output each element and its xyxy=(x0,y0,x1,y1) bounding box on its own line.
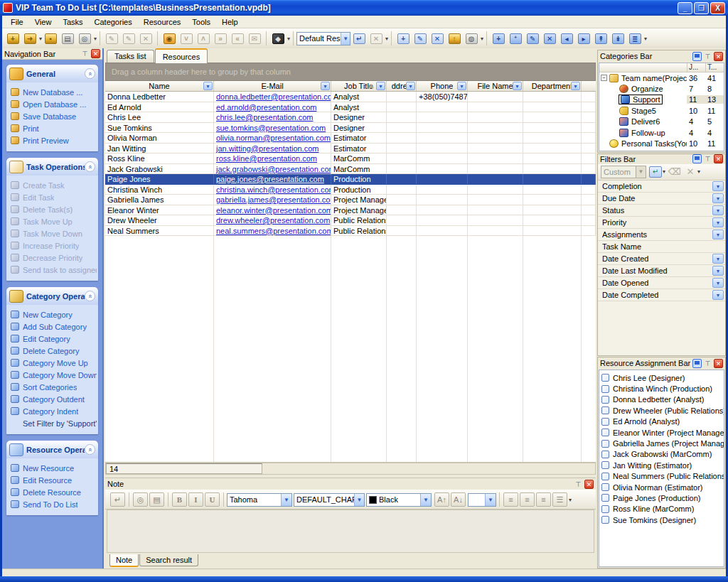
send-to-resource-button[interactable]: ↑ xyxy=(446,31,462,46)
filter-preset-combo[interactable]: Custom ▼ xyxy=(601,166,646,178)
tree-item-support[interactable]: Support 11 13 xyxy=(599,95,724,105)
email-link[interactable]: ross.kline@presentation.com xyxy=(216,154,317,163)
email-link[interactable]: olivia.norman@presentation.com xyxy=(216,134,331,142)
nav-item[interactable]: New Resource xyxy=(8,462,97,474)
resource-filter-combo-dropdown-icon[interactable]: ▼ xyxy=(341,33,350,45)
sync-dropdown-icon[interactable]: ▾ xyxy=(481,36,483,42)
table-row[interactable]: Jack Grabowski jack.grabowski@presentati… xyxy=(105,164,596,175)
print-button[interactable]: ▤ xyxy=(60,31,75,46)
column-header-file-name[interactable]: File Name▼ xyxy=(468,81,523,91)
grow-font-button[interactable]: A↑ xyxy=(434,492,449,507)
send-to-do-list-button[interactable]: ◆ xyxy=(270,31,286,46)
categories-window-icon[interactable] xyxy=(692,52,702,61)
job-filter-dropdown-icon[interactable]: ▼ xyxy=(376,82,385,90)
filter-row-date-created[interactable]: Date Created▼ xyxy=(598,253,725,265)
nav-item[interactable]: Category Move Up xyxy=(8,357,97,369)
send-dropdown-icon[interactable]: ▾ xyxy=(287,36,290,42)
nav-item[interactable]: Delete Category xyxy=(8,345,97,357)
resource-list-item[interactable]: Neal Summers (Public Relations) xyxy=(599,471,724,482)
delete-resource-button[interactable]: ✕ xyxy=(429,31,445,46)
increase-priority-button[interactable]: « xyxy=(230,31,245,46)
table-row[interactable]: Ross Kline ross.kline@presentation.com M… xyxy=(105,153,596,164)
category-indent-button[interactable]: ↡ xyxy=(610,31,626,46)
table-row[interactable]: Neal Summers neal.summers@presentation.c… xyxy=(105,226,596,237)
italic-button[interactable]: I xyxy=(188,492,203,507)
note-preview-button[interactable]: ◎ xyxy=(133,492,148,507)
resource-list-item[interactable]: Donna Ledbetter (Analyst) xyxy=(599,394,724,405)
email-link[interactable]: neal.summers@presentation.com xyxy=(216,227,331,235)
tree-item-team[interactable]: − Team name(Project name) 36 41 xyxy=(599,72,724,83)
nav-item[interactable]: Category Move Down xyxy=(8,369,97,381)
nav-item[interactable]: Send task to assigned res... xyxy=(8,264,97,276)
nav-item[interactable]: Edit Task xyxy=(8,191,97,203)
minimize-button[interactable]: _ xyxy=(678,2,692,14)
filter-row-priority[interactable]: Priority▼ xyxy=(598,217,725,229)
nav-item[interactable]: Delete Task(s) xyxy=(8,203,97,215)
font-size-combo[interactable]: ▼ xyxy=(468,493,496,507)
tab-search-result[interactable]: Search result xyxy=(139,554,198,566)
priority-dropdown-icon[interactable]: ▼ xyxy=(712,217,724,227)
font-size-dropdown-icon[interactable]: ▼ xyxy=(485,494,496,506)
task-move-up-button[interactable]: ˄ xyxy=(196,31,211,46)
address-filter-dropdown-icon[interactable]: ▼ xyxy=(406,82,415,90)
clear-filters-button[interactable]: ✕ xyxy=(684,166,697,178)
nav-group-task-header[interactable]: Task Operations « xyxy=(6,158,98,176)
font-color-combo[interactable]: Black ▼ xyxy=(366,493,432,507)
column-header-email[interactable]: E-Mail▼ xyxy=(214,81,331,91)
tree-item-personal-tasks[interactable]: Personal Tasks(Your name) 10 11 xyxy=(599,138,724,149)
resource-list-item[interactable]: Drew Wheeler (Public Relations) xyxy=(599,405,724,416)
column-header-name[interactable]: Name▼ xyxy=(105,81,214,91)
delete-task-button[interactable]: ✕ xyxy=(138,31,154,46)
table-row[interactable]: Olivia Norman olivia.norman@presentation… xyxy=(105,133,596,144)
add-sub-category-button[interactable]: ⁺ xyxy=(508,31,523,46)
delete-category-button[interactable]: ✕ xyxy=(542,31,557,46)
bullet-list-button[interactable]: ☰ xyxy=(552,492,567,507)
date-completed-dropdown-icon[interactable]: ▼ xyxy=(712,290,724,300)
edit-category-button[interactable]: ✎ xyxy=(525,31,540,46)
collapse-category-icon[interactable]: « xyxy=(85,291,95,301)
email-link[interactable]: paige.jones@presentation.com xyxy=(216,175,324,183)
filter-row-due-date[interactable]: Due Date▼ xyxy=(598,193,725,205)
new-database-button[interactable]: + xyxy=(5,31,21,46)
resource-checkbox[interactable] xyxy=(601,374,609,382)
filters-options-icon[interactable]: ▾ xyxy=(697,168,700,175)
tab-tasks-list[interactable]: Tasks list xyxy=(107,50,154,63)
align-right-button[interactable]: ≡ xyxy=(536,492,551,507)
resource-list-item[interactable]: Olivia Norman (Estimator) xyxy=(599,482,724,492)
resource-filter-combo[interactable]: Default Resou ▼ xyxy=(296,32,350,45)
edit-task-button[interactable]: ✎ xyxy=(121,31,136,46)
nav-item[interactable]: Delete Resource xyxy=(8,486,97,498)
table-row[interactable]: Drew Wheeler drew.wheeler@presentation.c… xyxy=(105,215,596,226)
resource-checkbox[interactable] xyxy=(601,494,609,502)
nav-item[interactable]: Edit Resource xyxy=(8,474,97,486)
nav-item[interactable]: Save Database xyxy=(8,110,97,122)
resource-checkbox[interactable] xyxy=(601,483,609,491)
collapse-tree-icon[interactable]: − xyxy=(601,75,607,81)
bold-button[interactable]: B xyxy=(172,492,187,507)
table-row[interactable]: Ed Arnold ed.arnold@presentation.com Ana… xyxy=(105,102,596,113)
tree-item-stage5[interactable]: Stage5 10 11 xyxy=(599,105,724,116)
filter-row-task-name[interactable]: Task Name xyxy=(598,241,725,253)
completion-dropdown-icon[interactable]: ▼ xyxy=(712,181,724,191)
decrease-priority-button[interactable]: » xyxy=(213,31,228,46)
email-link[interactable]: drew.wheeler@presentation.com xyxy=(216,216,330,225)
filter-row-status[interactable]: Status▼ xyxy=(598,205,725,217)
note-close-icon[interactable]: ✕ xyxy=(584,480,594,489)
file-filter-dropdown-icon[interactable]: ▼ xyxy=(513,82,522,90)
resource-list-item[interactable]: Gabriella James (Project Management) xyxy=(599,438,724,448)
resource-list-item[interactable]: Eleanor Winter (Project Management) xyxy=(599,427,724,438)
email-link[interactable]: eleanor.winter@presentation.com xyxy=(216,206,331,215)
table-row[interactable]: Paige Jones paige.jones@presentation.com… xyxy=(105,174,596,185)
tab-resources[interactable]: Resources xyxy=(155,48,208,63)
send-task-button[interactable]: ✉ xyxy=(247,31,262,46)
resource-list-item[interactable]: Ross Kline (MarComm) xyxy=(599,504,724,514)
department-filter-dropdown-icon[interactable]: ▼ xyxy=(571,82,580,90)
resource-checkbox[interactable] xyxy=(601,429,609,436)
jobs-column-header[interactable]: J... xyxy=(687,63,705,72)
resource-checkbox[interactable] xyxy=(601,385,609,393)
column-header-job-title[interactable]: Job Title▼ xyxy=(331,81,387,91)
resource-checkbox[interactable] xyxy=(601,461,609,469)
email-link[interactable]: gabriella.james@presentation.com xyxy=(216,195,331,204)
column-header-department[interactable]: Department▼ xyxy=(523,81,582,91)
menu-item[interactable]: View xyxy=(30,16,57,28)
